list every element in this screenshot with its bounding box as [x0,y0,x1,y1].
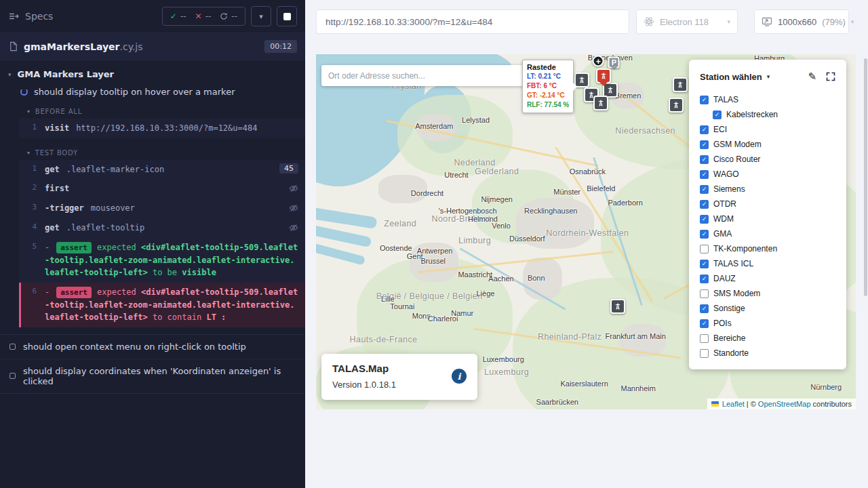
test-title: should display tooltip on hover over a m… [34,87,235,97]
map-region-label: Zeeland [384,219,416,228]
station-item[interactable]: ✓Siemens [700,182,835,197]
command-row[interactable]: 1get.leaflet-marker-icon45 [19,160,305,180]
station-checkbox[interactable]: ✓ [700,155,709,164]
parking-marker[interactable]: P [608,57,620,68]
map-search-input[interactable] [328,71,529,81]
station-marker[interactable] [593,96,608,110]
station-checkbox[interactable] [700,349,709,358]
station-checkbox[interactable]: ✓ [700,230,709,239]
running-spinner-icon [20,88,28,96]
station-checkbox[interactable]: ✓ [700,125,709,134]
station-checkbox[interactable]: ✓ [700,170,709,179]
pending-test-icon [9,344,16,350]
map-region-label: Luxemburg [484,367,529,377]
chevron-down-icon: ▾ [27,150,31,156]
station-item[interactable]: ✓Cisco Router [700,152,835,167]
map-city-label: Maastricht [458,270,492,279]
station-checkbox[interactable] [700,334,709,343]
reporter-header: Specs ✓-- ✕-- -- ▾ [0,0,305,33]
station-item[interactable]: ✓TALAS [700,92,835,107]
hook-name: BEFORE ALL [35,108,82,115]
map-city-label: Liège [476,289,494,298]
station-checkbox[interactable]: ✓ [700,319,709,328]
cypress-reporter: Specs ✓-- ✕-- -- ▾ gmaMarkersLayer.cy.js… [0,0,305,488]
station-item[interactable]: ✓WDM [700,211,835,226]
station-checkbox[interactable]: ✓ [700,140,709,149]
command-row[interactable]: 2first [19,179,305,199]
station-item[interactable]: Bereiche [700,331,835,346]
station-item[interactable]: ✓Kabelstrecken [700,107,835,122]
command-row[interactable]: 4get.leaflet-tooltip [19,218,305,238]
station-label: TALAS ICL [713,259,753,268]
eye-slash-icon [289,202,298,215]
station-marker[interactable] [669,98,684,113]
openstreetmap-link[interactable]: OpenStreetMap [758,400,811,408]
station-checkbox[interactable]: ✓ [700,215,709,224]
station-item[interactable]: ✓OTDR [700,197,835,211]
hook-name: TEST BODY [35,149,78,157]
specs-menu-icon[interactable] [8,11,19,22]
station-item[interactable]: Standorte [700,346,835,361]
station-item[interactable]: SMS Modem [700,286,835,301]
active-test[interactable]: should display tooltip on hover over a m… [0,83,305,102]
aut-url-bar[interactable]: http://192.168.10.33:3000/?m=12&u=484 [316,9,629,34]
command-row[interactable]: 1visithttp://192.168.10.33:3000/?m=12&u=… [19,119,305,138]
station-item[interactable]: ✓Sonstige [700,301,835,316]
reporter-controls: ✓-- ✕-- -- ▾ [162,6,297,26]
command-number: 2 [23,182,37,192]
spec-header[interactable]: gmaMarkersLayer.cy.js 00:12 [0,33,305,60]
station-checkbox[interactable]: ✓ [700,200,709,209]
station-checkbox[interactable]: ✓ [700,304,709,313]
selected-station-marker[interactable] [596,68,611,83]
stop-tests-button[interactable] [277,6,297,26]
station-checkbox[interactable] [700,289,709,298]
command-row[interactable]: 3-triggermouseover [19,199,305,218]
check-icon: ✓ [170,12,177,21]
add-marker-button[interactable]: + [593,55,604,66]
map[interactable]: FryslânNederlandGelderlandZeelandNoord-B… [316,54,856,409]
collapse-tests-button[interactable]: ▾ [251,6,271,26]
command-row[interactable]: 6-assertexpected <div#leaflet-tooltip-50… [19,283,305,327]
station-item[interactable]: ✓TALAS ICL [700,256,835,271]
station-select-dropdown[interactable]: Station wählen [700,72,762,82]
viewport-select[interactable]: 1000x660 (79%) ▾ [754,9,849,34]
station-item[interactable]: ✓POIs [700,316,835,331]
map-city-label: Osnabrück [570,167,606,176]
station-checkbox[interactable] [700,245,709,253]
command-body: -assertexpected <div#leaflet-tooltip-509… [45,241,298,279]
command-method: first [45,184,69,193]
edit-icon[interactable]: ✎ [808,70,816,83]
station-item[interactable]: ✓ECI [700,122,835,137]
station-item[interactable]: ✓WAGO [700,167,835,182]
pending-test[interactable]: should display coordinates when 'Koordin… [0,359,305,394]
station-item[interactable]: ✓GSM Modem [700,137,835,152]
map-city-label: Amsterdam [415,122,453,130]
station-item[interactable]: ✓GMA [700,226,835,241]
map-region-label: Nordrhein-Westfalen [546,228,629,238]
station-panel: Station wählen ▾ ✎ ✓TALAS✓Kabelstrecken✓… [689,60,846,369]
command-message: expected [97,243,141,252]
suite-header[interactable]: ▾ GMA Markers Layer [0,60,305,83]
leaflet-link[interactable]: Leaflet [722,400,745,408]
station-checkbox[interactable]: ✓ [713,110,722,119]
pending-test[interactable]: should open context menu on right-click … [0,335,305,359]
fullscreen-icon[interactable] [826,72,835,81]
map-city-label: Namur [451,309,473,317]
test-body-header[interactable]: ▾ TEST BODY [19,145,305,160]
station-checkbox[interactable]: ✓ [700,185,709,194]
station-checkbox[interactable]: ✓ [700,274,709,283]
station-item[interactable]: TK-Komponenten [700,241,835,256]
info-icon[interactable]: i [452,369,467,384]
station-item[interactable]: ✓DAUZ [700,271,835,286]
browser-select[interactable]: Electron 118 ▾ [636,9,738,34]
app-title: TALAS.Map [332,363,467,374]
leaflet-flag-icon [711,401,719,407]
scrollbar-thumb[interactable] [864,58,867,296]
before-all-header[interactable]: ▾ BEFORE ALL [19,104,305,119]
station-checkbox[interactable]: ✓ [700,260,709,268]
station-label: Bereiche [713,333,745,343]
station-checkbox[interactable]: ✓ [700,96,709,104]
station-marker[interactable] [610,299,625,314]
command-row[interactable]: 5-assertexpected <div#leaflet-tooltip-50… [19,238,305,283]
station-marker[interactable] [673,77,688,92]
